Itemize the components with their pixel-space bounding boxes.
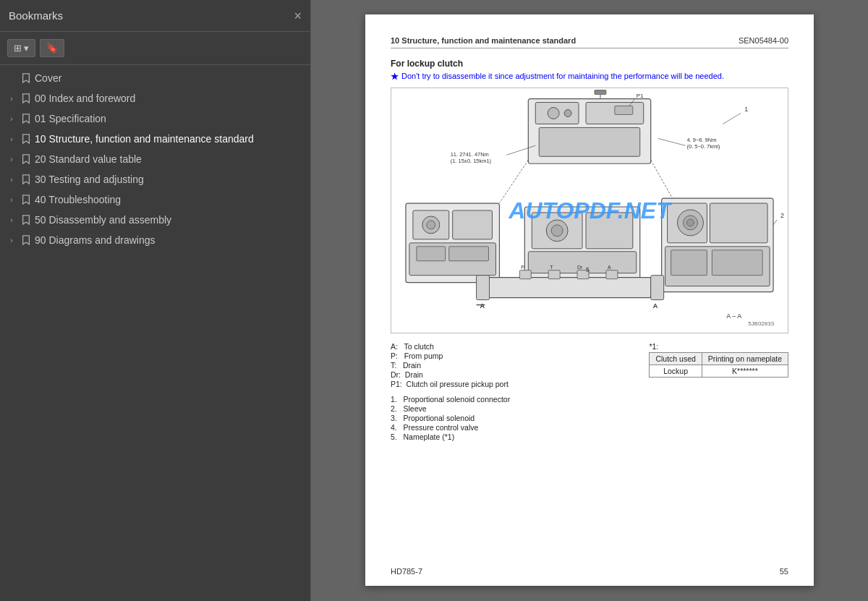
svg-rect-21 xyxy=(453,210,493,239)
numbered-list: 1. Proportional solenoid connector 2. Sl… xyxy=(391,395,788,441)
sidebar-header: Bookmarks × xyxy=(0,0,310,32)
ref-star-label: *1: xyxy=(649,342,788,351)
legend-right: *1: Clutch used Printing on nameplate Lo… xyxy=(649,342,788,389)
bookmark-icon: 🔖 xyxy=(46,43,58,54)
bookmark-icon-90 xyxy=(20,234,32,246)
view-options-button[interactable]: ⊞ ▾ xyxy=(7,39,35,57)
sidebar-item-40[interactable]: › 40 Troubleshooting xyxy=(0,189,310,210)
page-footer: HD785-7 55 xyxy=(391,567,788,576)
expand-40[interactable]: › xyxy=(6,194,17,205)
svg-rect-6 xyxy=(615,106,633,115)
expand-20[interactable]: › xyxy=(6,153,17,165)
svg-line-62 xyxy=(651,160,673,198)
sidebar-label-90: 90 Diagrams and drawings xyxy=(35,234,305,246)
legend-section: A: To clutch P: From pump T: Drain Dr: D… xyxy=(391,342,788,389)
table-header-printing: Printing on nameplate xyxy=(702,353,788,365)
svg-rect-8 xyxy=(595,90,606,95)
sidebar-item-30[interactable]: › 30 Testing and adjusting xyxy=(0,169,310,189)
svg-rect-35 xyxy=(710,203,767,243)
svg-rect-25 xyxy=(417,247,446,261)
svg-text:(0. 5~0. 7kml): (0. 5~0. 7kml) xyxy=(687,143,720,150)
numbered-item-2: 2. Sleeve xyxy=(391,404,788,413)
bookmark-toolbar-button[interactable]: 🔖 xyxy=(40,39,64,57)
bookmark-icon-30 xyxy=(20,174,32,185)
svg-text:T: T xyxy=(550,265,553,270)
sidebar-label-01: 01 Specification xyxy=(35,113,305,124)
svg-rect-38 xyxy=(712,250,762,276)
sidebar-item-90[interactable]: › 90 Diagrams and drawings xyxy=(0,230,310,250)
svg-point-32 xyxy=(551,225,563,236)
expand-00[interactable]: › xyxy=(6,93,17,104)
svg-text:11. 2741. 47Nm: 11. 2741. 47Nm xyxy=(451,151,489,158)
svg-text:A – A: A – A xyxy=(726,312,741,320)
sidebar-item-10[interactable]: › 10 Structure, function and maintenance… xyxy=(0,129,310,149)
bookmarks-list: Cover › 00 Index and foreword › 01 Speci… xyxy=(0,65,310,601)
svg-rect-50 xyxy=(606,270,618,279)
table-row-lockup: Lockup K******* xyxy=(650,365,788,378)
legend-P1: P1: Clutch oil pressure pickup port xyxy=(391,380,634,388)
section-title: For lockup clutch xyxy=(391,59,788,69)
svg-text:4. 9~6. 9Nm: 4. 9~6. 9Nm xyxy=(687,137,717,143)
sidebar-toolbar: ⊞ ▾ 🔖 xyxy=(0,32,310,65)
svg-text:A: A xyxy=(480,302,485,310)
legend-left: A: To clutch P: From pump T: Drain Dr: D… xyxy=(391,342,634,389)
sidebar-label-40: 40 Troubleshooting xyxy=(35,194,305,205)
page-header-right: SEN05484-00 xyxy=(739,36,788,45)
svg-text:(1. 15±0. 15km1): (1. 15±0. 15km1) xyxy=(451,158,492,164)
close-button[interactable]: × xyxy=(294,9,302,22)
svg-text:1: 1 xyxy=(744,106,748,113)
bookmark-icon-50 xyxy=(20,214,32,226)
sidebar-label-50: 50 Disassembly and assembly xyxy=(35,214,305,226)
sidebar-label-10: 10 Structure, function and maintenance s… xyxy=(35,133,305,145)
expand-01[interactable]: › xyxy=(6,113,17,124)
numbered-item-4: 4. Pressure control valve xyxy=(391,423,788,432)
sidebar-item-01[interactable]: › 01 Specification xyxy=(0,108,310,129)
svg-point-41 xyxy=(687,219,694,226)
sidebar-label-00: 00 Index and foreword xyxy=(35,93,305,104)
bookmark-icon-00 xyxy=(20,93,32,104)
bookmark-icon-40 xyxy=(20,194,32,205)
page-container: 10 Structure, function and maintenance s… xyxy=(365,14,814,586)
sidebar-label-cover: Cover xyxy=(35,72,305,84)
sidebar-title: Bookmarks xyxy=(9,9,63,22)
page-header: 10 Structure, function and maintenance s… xyxy=(391,36,788,48)
svg-rect-29 xyxy=(586,213,633,249)
svg-line-61 xyxy=(499,160,528,203)
svg-text:A: A xyxy=(608,265,611,270)
sidebar-item-20[interactable]: › 20 Standard value table xyxy=(0,149,310,169)
numbered-item-5: 5. Nameplate (*1) xyxy=(391,432,788,441)
section-title-area: For lockup clutch ★ Don't try to disasse… xyxy=(391,59,788,82)
legend-T: T: Drain xyxy=(391,361,634,370)
bookmark-icon-cover xyxy=(20,72,32,84)
star-icon: ★ xyxy=(391,72,399,82)
sidebar-label-20: 20 Standard value table xyxy=(35,153,305,165)
warning-text: ★ Don't try to disassemble it since adju… xyxy=(391,72,788,82)
svg-text:2: 2 xyxy=(780,212,784,219)
bookmark-icon-10 xyxy=(20,133,32,145)
sidebar-item-cover[interactable]: Cover xyxy=(0,68,310,88)
svg-text:A: A xyxy=(653,302,658,310)
diagram-box: AUTOPDF.NET P1 xyxy=(391,88,788,333)
svg-text:P: P xyxy=(521,265,524,270)
sidebar-item-00[interactable]: › 00 Index and foreword xyxy=(0,88,310,108)
legend-P: P: From pump xyxy=(391,351,634,360)
legend-Dr: Dr: Drain xyxy=(391,370,634,379)
svg-rect-44 xyxy=(485,278,651,298)
footer-page-number: 55 xyxy=(780,567,788,576)
expand-30[interactable]: › xyxy=(6,174,17,185)
sidebar-label-30: 30 Testing and adjusting xyxy=(35,174,305,185)
sidebar-item-50[interactable]: › 50 Disassembly and assembly xyxy=(0,210,310,230)
expand-90[interactable]: › xyxy=(6,234,17,246)
bottom-right-component xyxy=(662,198,773,292)
numbered-item-1: 1. Proportional solenoid connector xyxy=(391,395,788,404)
svg-rect-30 xyxy=(528,252,636,273)
svg-rect-26 xyxy=(449,247,489,261)
svg-rect-45 xyxy=(477,276,490,300)
expand-50[interactable]: › xyxy=(6,214,17,226)
expand-10[interactable]: › xyxy=(6,133,17,145)
svg-point-5 xyxy=(564,110,571,117)
svg-text:5JB02833: 5JB02833 xyxy=(748,320,774,327)
grid-icon: ⊞ xyxy=(14,43,22,54)
svg-line-18 xyxy=(723,113,741,124)
bookmark-icon-20 xyxy=(20,153,32,165)
